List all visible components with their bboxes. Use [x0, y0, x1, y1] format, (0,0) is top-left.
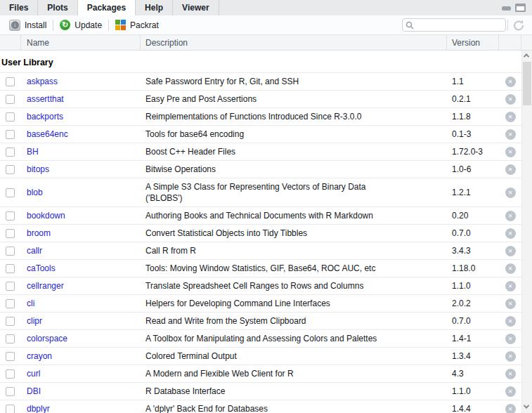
- package-checkbox[interactable]: [6, 165, 15, 174]
- package-checkbox[interactable]: [6, 247, 15, 256]
- remove-package-icon[interactable]: ✕: [505, 211, 516, 221]
- remove-package-icon[interactable]: ✕: [505, 77, 516, 87]
- package-row: bookdown Authoring Books and Technical D…: [0, 206, 521, 224]
- package-version: 1.1.0: [447, 281, 499, 291]
- remove-package-icon[interactable]: ✕: [505, 263, 516, 274]
- package-description: Read and Write from the System Clipboard: [141, 313, 447, 329]
- packages-pane: User Library askpass Safe Password Entry…: [0, 51, 532, 413]
- package-checkbox[interactable]: [6, 95, 15, 104]
- package-checkbox[interactable]: [6, 188, 15, 197]
- package-checkbox[interactable]: [6, 77, 15, 86]
- remove-package-icon[interactable]: ✕: [505, 164, 516, 175]
- tab-files[interactable]: Files: [0, 0, 38, 15]
- search-input[interactable]: [416, 20, 502, 30]
- remove-package-icon[interactable]: ✕: [505, 316, 516, 327]
- package-checkbox[interactable]: [6, 299, 15, 308]
- package-name-link[interactable]: cli: [21, 299, 141, 308]
- remove-package-icon[interactable]: ✕: [505, 112, 516, 122]
- package-checkbox[interactable]: [6, 405, 15, 413]
- package-name-link[interactable]: curl: [21, 369, 141, 379]
- tab-plots[interactable]: Plots: [38, 0, 77, 15]
- package-name-link[interactable]: cellranger: [21, 281, 141, 291]
- package-version: 1.18.0: [447, 263, 499, 273]
- install-button[interactable]: ↓ Install: [4, 20, 51, 31]
- package-checkbox[interactable]: [6, 229, 15, 238]
- remove-package-icon[interactable]: ✕: [505, 299, 516, 309]
- package-checkbox[interactable]: [6, 130, 15, 139]
- package-name-link[interactable]: blob: [21, 188, 141, 197]
- package-name-link[interactable]: DBI: [21, 386, 141, 396]
- package-name-link[interactable]: bitops: [21, 164, 141, 174]
- remove-package-icon[interactable]: ✕: [505, 246, 516, 256]
- package-row: broom Convert Statistical Objects into T…: [0, 224, 521, 242]
- package-row: crayon Colored Terminal Output 1.3.4 ✕: [0, 347, 521, 365]
- remove-package-icon[interactable]: ✕: [505, 404, 516, 413]
- remove-package-icon[interactable]: ✕: [505, 228, 516, 239]
- package-description: Safe Password Entry for R, Git, and SSH: [141, 73, 447, 90]
- remove-package-icon[interactable]: ✕: [505, 281, 516, 291]
- remove-package-icon[interactable]: ✕: [505, 147, 516, 157]
- package-name-link[interactable]: backports: [21, 112, 141, 122]
- package-version: 1.1.0: [447, 386, 499, 396]
- package-checkbox[interactable]: [6, 369, 15, 379]
- package-version: 1.3.4: [447, 351, 499, 361]
- maximize-icon[interactable]: [515, 4, 526, 12]
- tab-help[interactable]: Help: [136, 0, 173, 15]
- package-name-link[interactable]: BH: [21, 147, 141, 157]
- package-row: backports Reimplementations of Functions…: [0, 107, 521, 125]
- packrat-button[interactable]: Packrat: [110, 20, 164, 30]
- package-checkbox[interactable]: [6, 264, 15, 273]
- package-version: 1.72.0-3: [447, 147, 499, 157]
- package-name-link[interactable]: bookdown: [21, 211, 141, 221]
- remove-package-icon[interactable]: ✕: [505, 188, 516, 198]
- package-row: clipr Read and Write from the System Cli…: [0, 312, 521, 329]
- package-name-link[interactable]: caTools: [21, 263, 141, 273]
- package-checkbox[interactable]: [6, 317, 15, 326]
- header-delete-column: [499, 35, 521, 50]
- package-row: BH Boost C++ Header Files 1.72.0-3 ✕: [0, 143, 521, 160]
- package-checkbox[interactable]: [6, 148, 15, 157]
- minimize-icon[interactable]: [502, 6, 511, 11]
- package-name-link[interactable]: askpass: [21, 77, 141, 86]
- header-name[interactable]: Name: [21, 35, 141, 50]
- package-checkbox[interactable]: [6, 387, 15, 396]
- toolbar-separator: [53, 20, 53, 31]
- package-name-link[interactable]: broom: [21, 228, 141, 238]
- update-button[interactable]: ↻ Update: [55, 20, 107, 30]
- package-checkbox[interactable]: [6, 211, 15, 221]
- header-description[interactable]: Description: [141, 35, 447, 50]
- package-version: 1.1: [447, 77, 499, 86]
- remove-package-icon[interactable]: ✕: [505, 129, 516, 140]
- scroll-up-icon[interactable]: [524, 53, 530, 59]
- remove-package-icon[interactable]: ✕: [505, 386, 516, 397]
- package-name-link[interactable]: base64enc: [21, 129, 141, 139]
- package-description: Authoring Books and Technical Documents …: [141, 207, 447, 224]
- package-row: callr Call R from R 3.4.3 ✕: [0, 242, 521, 259]
- package-name-link[interactable]: callr: [21, 246, 141, 256]
- package-version: 0.2.1: [447, 94, 499, 104]
- package-name-link[interactable]: crayon: [21, 351, 141, 361]
- package-name-link[interactable]: dbplyr: [21, 404, 141, 413]
- section-title: User Library: [0, 51, 521, 72]
- header-version[interactable]: Version: [447, 35, 499, 50]
- package-checkbox[interactable]: [6, 282, 15, 291]
- package-checkbox[interactable]: [6, 352, 15, 361]
- remove-package-icon[interactable]: ✕: [505, 369, 516, 379]
- header-checkbox-column: [0, 35, 21, 50]
- package-checkbox[interactable]: [6, 334, 15, 343]
- package-name-link[interactable]: colorspace: [21, 334, 141, 343]
- vertical-scrollbar[interactable]: [521, 51, 532, 413]
- remove-package-icon[interactable]: ✕: [505, 334, 516, 344]
- package-name-link[interactable]: assertthat: [21, 94, 141, 104]
- remove-package-icon[interactable]: ✕: [505, 351, 516, 362]
- package-checkbox[interactable]: [6, 112, 15, 122]
- package-name-link[interactable]: clipr: [21, 316, 141, 326]
- tab-viewer[interactable]: Viewer: [173, 0, 219, 15]
- scrollbar-thumb[interactable]: [523, 62, 531, 105]
- packages-toolbar: ↓ Install ↻ Update Packrat: [0, 15, 532, 35]
- tab-packages[interactable]: Packages: [78, 0, 136, 15]
- remove-package-icon[interactable]: ✕: [505, 94, 516, 105]
- refresh-icon[interactable]: [512, 19, 525, 32]
- scroll-down-icon[interactable]: [524, 405, 530, 410]
- package-description: Bitwise Operations: [141, 161, 447, 178]
